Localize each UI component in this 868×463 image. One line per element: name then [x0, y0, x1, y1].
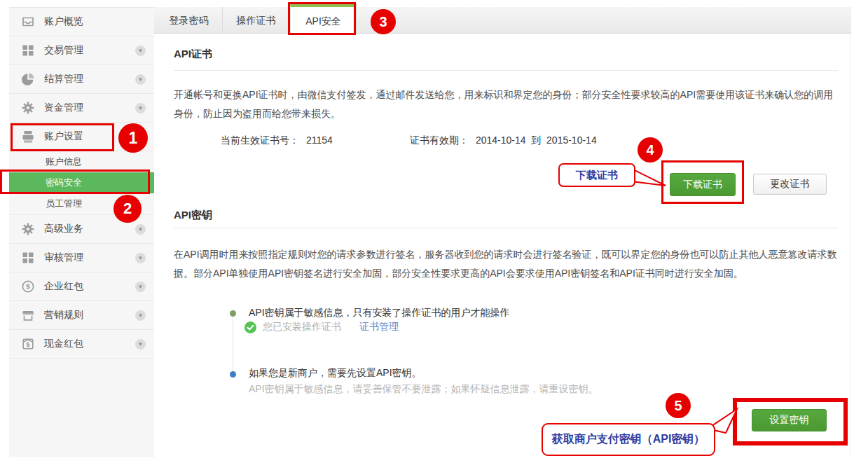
api-key-point2-note: API密钥属于敏感信息，请妥善保管不要泄露；如果怀疑信息泄露，请重设密钥。: [249, 383, 598, 396]
chevron-down-icon[interactable]: ▼: [135, 282, 146, 292]
divider: [174, 70, 838, 71]
chevron-down-icon[interactable]: ▼: [135, 103, 146, 113]
tab-api-security[interactable]: API安全: [290, 4, 357, 34]
sidebar-item-settle[interactable]: 结算管理 ▼: [9, 65, 154, 94]
cert-validity-value: 2014-10-14 到 2015-10-14: [476, 134, 597, 146]
wechat-pay-merchant-settings-page: 账户概览 交易管理 ▼ 结算管理 ▼ 资金管理 ▼: [0, 0, 868, 463]
sidebar-item-label: 营销规则: [44, 309, 83, 322]
change-cert-button[interactable]: 更改证书: [753, 174, 827, 195]
dollar-circle-icon: $: [21, 279, 35, 293]
sidebar-subitem-label: 员工管理: [46, 198, 82, 210]
sidebar: 账户概览 交易管理 ▼ 结算管理 ▼ 资金管理 ▼: [9, 7, 154, 457]
sidebar-item-password-security[interactable]: 密码安全: [9, 172, 154, 193]
chevron-down-icon[interactable]: ▼: [135, 310, 146, 321]
cert-manage-link[interactable]: 证书管理: [359, 321, 399, 333]
sidebar-item-audit[interactable]: 审核管理 ▼: [9, 244, 154, 272]
chevron-down-icon[interactable]: ▼: [135, 46, 146, 56]
timeline-dot-green: [230, 310, 236, 317]
cert-installed-row: 您已安装操作证书 证书管理: [244, 321, 399, 333]
sidebar-subitem-label: 密码安全: [46, 177, 82, 189]
sidebar-item-label: 企业红包: [44, 280, 83, 293]
inbox-icon: [21, 15, 35, 29]
grid-icon: [21, 43, 35, 57]
divider: [174, 228, 838, 228]
api-key-point2: 如果您是新商户，需要先设置API密钥。: [249, 367, 422, 380]
sidebar-item-account-overview[interactable]: 账户概览: [9, 8, 154, 36]
chevron-down-icon[interactable]: ▼: [135, 74, 146, 85]
sidebar-item-cash-redpacket[interactable]: $ 现金红包 ▼: [9, 330, 154, 359]
grid-icon: [21, 251, 35, 265]
current-cert-value: 21154: [306, 134, 333, 146]
api-key-point1: API密钥属于敏感信息，只有安装了操作证书的用户才能操作: [249, 307, 510, 319]
api-cert-description: 开通帐号和更换API证书时，由微信支付签发，通过邮件发送给您，用来标识和界定您的…: [174, 85, 839, 123]
sidebar-item-account-settings[interactable]: 账户设置: [9, 123, 154, 151]
current-cert-row: 当前生效证书号： 21154: [221, 134, 333, 147]
gear-icon: [21, 222, 35, 236]
cert-installed-status: 您已安装操作证书: [263, 321, 341, 333]
cert-validity-row: 证书有效期： 2014-10-14 到 2015-10-14: [410, 134, 597, 147]
envelope-dollar-icon: $: [21, 337, 35, 351]
sidebar-item-label: 审核管理: [44, 251, 83, 264]
cert-validity-label: 证书有效期：: [410, 134, 469, 146]
svg-text:$: $: [26, 341, 30, 348]
security-tabbar: 登录密码 操作证书 API安全: [154, 7, 851, 34]
sidebar-item-staff[interactable]: 员工管理: [9, 193, 154, 215]
storefront-icon: [21, 308, 35, 322]
sidebar-item-label: 结算管理: [44, 73, 83, 85]
download-cert-button[interactable]: 下载证书: [670, 173, 736, 196]
gear-icon: [21, 101, 35, 115]
sidebar-item-funds[interactable]: 资金管理 ▼: [9, 94, 154, 123]
tab-login-password[interactable]: 登录密码: [156, 7, 223, 33]
sidebar-item-label: 账户概览: [44, 15, 83, 28]
api-key-section-title: API密钥: [174, 209, 212, 222]
sidebar-item-trade[interactable]: 交易管理 ▼: [9, 36, 154, 65]
printer-icon: [21, 130, 35, 144]
sidebar-subitem-label: 账户信息: [46, 156, 82, 168]
set-api-key-button[interactable]: 设置密钥: [752, 409, 827, 431]
tab-operation-cert[interactable]: 操作证书: [223, 7, 290, 33]
check-circle-icon: [244, 322, 256, 333]
timeline-connector: [233, 315, 233, 374]
sidebar-item-account-info[interactable]: 账户信息: [9, 151, 154, 172]
sidebar-item-label: 现金红包: [44, 338, 83, 350]
sidebar-item-marketing[interactable]: 营销规则 ▼: [9, 301, 154, 330]
chevron-down-icon[interactable]: ▼: [135, 224, 146, 235]
sidebar-item-label: 账户设置: [44, 130, 83, 143]
chevron-down-icon[interactable]: ▼: [135, 253, 146, 263]
chevron-down-icon[interactable]: ▼: [135, 339, 146, 350]
sidebar-item-label: 资金管理: [44, 102, 83, 114]
sidebar-item-label: 高级业务: [44, 223, 83, 235]
api-key-description: 在API调用时用来按照指定规则对您的请求参数进行签名，服务器收到您的请求时会进行…: [174, 245, 838, 283]
sidebar-item-advanced[interactable]: 高级业务 ▼: [9, 215, 154, 244]
sidebar-item-label: 交易管理: [44, 44, 83, 57]
timeline-dot-blue: [230, 371, 236, 378]
current-cert-label: 当前生效证书号：: [221, 134, 299, 146]
sidebar-item-corp-redpacket[interactable]: $ 企业红包 ▼: [9, 272, 154, 301]
api-cert-section-title: API证书: [174, 48, 212, 61]
pie-chart-icon: [21, 72, 35, 86]
svg-text:$: $: [26, 282, 31, 290]
